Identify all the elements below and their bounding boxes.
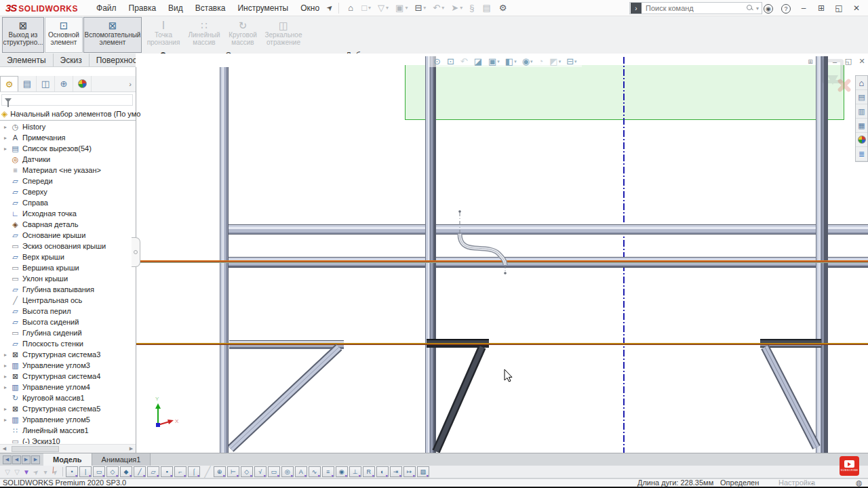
filter-surface-bodies-icon[interactable]: ◇ xyxy=(106,466,119,477)
tree-item[interactable]: ▸ ▥ Управление углом4 xyxy=(0,382,136,392)
tree-item[interactable]: ▸ ▭ Уклон крыши xyxy=(0,273,136,284)
last-tab-icon[interactable]: ▶ xyxy=(31,455,40,464)
doc-close-icon[interactable]: ✕ xyxy=(855,57,868,66)
restore-icon[interactable]: ◱ xyxy=(830,3,848,13)
search-icon[interactable] xyxy=(747,5,753,12)
custom-status-label[interactable]: Настройка xyxy=(778,479,815,487)
tree-item[interactable]: ▸ ▱ Высота перил xyxy=(0,306,136,317)
panel-splitter-handle[interactable] xyxy=(132,237,140,267)
displaymanager-tab[interactable] xyxy=(73,76,92,92)
expand-arrow-icon[interactable]: ▸ xyxy=(4,384,10,390)
circular-pattern-button[interactable]: ↻ Круговой массив xyxy=(224,17,262,53)
filter-sketch-segments-icon[interactable]: ⌠ xyxy=(188,466,200,477)
construction-centerline[interactable] xyxy=(623,57,625,453)
propertymanager-tab[interactable]: ▤ xyxy=(18,76,37,92)
doc-restore-icon[interactable]: ◱ xyxy=(842,57,855,66)
undo-icon[interactable]: ↶ ▾ xyxy=(429,1,448,14)
filter-magnify-icon[interactable]: ◎ xyxy=(281,466,294,477)
deselect-pointer-icon[interactable]: ➤ xyxy=(49,466,61,477)
menu-item[interactable]: Вставка xyxy=(189,1,232,15)
filter-solid-bodies-icon[interactable]: ◆ xyxy=(120,466,132,477)
filter-map-icon[interactable]: ↦ xyxy=(403,466,416,477)
tree-item[interactable]: ▸ ▱ Высота сидений xyxy=(0,317,136,327)
filter-sketches-icon[interactable]: ⌐ xyxy=(174,466,186,477)
open-document-icon[interactable]: ▽ ▾ xyxy=(374,1,392,14)
horizontal-beam[interactable] xyxy=(221,224,868,235)
filter-pattern-icon[interactable]: ▨ xyxy=(417,466,429,477)
previous-view-icon[interactable]: ↶ xyxy=(458,56,471,67)
design-library-tab-icon[interactable]: ▥ xyxy=(856,104,867,119)
pierce-point-button[interactable]: Ⅰ Точка пронзания xyxy=(142,17,184,53)
view-orientation-icon[interactable]: ▣ ▾ xyxy=(486,56,502,67)
appearances-scenes-tab-icon[interactable] xyxy=(856,133,867,147)
tree-filter[interactable] xyxy=(1,94,133,106)
configurationmanager-tab[interactable]: ◫ xyxy=(37,76,55,92)
tree-item[interactable]: ▸ ▱ Верх крыши xyxy=(0,251,136,262)
expand-arrow-icon[interactable]: ▸ xyxy=(4,363,10,369)
filter-appearance-icon[interactable]: ◇ xyxy=(241,466,253,477)
filter-dimensions-icon[interactable]: ▭ xyxy=(268,466,280,477)
select-icon[interactable]: ➤ ▾ xyxy=(448,1,466,14)
scroll-right-icon[interactable]: ▶ xyxy=(127,446,136,451)
filter-funnel-icon[interactable]: ▽ xyxy=(3,468,12,476)
expand-arrow-icon[interactable]: ▸ xyxy=(4,146,10,152)
tree-filter-input[interactable] xyxy=(14,96,132,104)
tree-item[interactable]: ▸ ▱ Спереди xyxy=(0,176,136,186)
featuremanager-tab[interactable]: ⚙ xyxy=(0,76,18,92)
selected-sketch-line[interactable] xyxy=(136,343,868,345)
menu-item[interactable]: Файл xyxy=(90,1,123,15)
secondary-member-button[interactable]: ⊠ Вспомогательный элемент xyxy=(83,17,142,53)
scroll-track[interactable] xyxy=(9,445,127,453)
properties-icon[interactable]: ▤ xyxy=(479,1,495,14)
minimize-icon[interactable]: – xyxy=(795,3,812,13)
tree-item[interactable]: ▸ ↻ Круговой массив1 xyxy=(0,392,136,403)
bench-brace[interactable] xyxy=(765,347,816,447)
selected-plane-highlight[interactable] xyxy=(405,65,844,120)
hide-show-items-icon[interactable]: ◉ ▾ xyxy=(519,56,536,67)
expand-arrow-icon[interactable]: ▸ xyxy=(4,352,10,358)
tree-item[interactable]: ▸ ∟ Исходная точка xyxy=(0,208,136,219)
menu-item[interactable]: Окно xyxy=(294,1,326,15)
model-tab[interactable]: Анимация1 xyxy=(92,453,151,466)
command-tab[interactable]: Элементы xyxy=(0,54,54,66)
first-tab-icon[interactable]: ◀ xyxy=(3,455,12,464)
search-caret-icon[interactable]: ▾ xyxy=(756,5,759,12)
command-tab[interactable]: Эскиз xyxy=(54,54,90,66)
tree-item[interactable]: ▸ ▥ Управление углом5 xyxy=(0,414,136,425)
attachment-icon[interactable]: § xyxy=(466,1,479,14)
new-document-icon[interactable]: □ ▾ xyxy=(358,1,374,14)
filter-equation-icon[interactable]: √ xyxy=(254,466,267,477)
command-search[interactable]: › ▾ xyxy=(629,2,762,14)
linear-pattern-button[interactable]: ∷ Линейный массив xyxy=(185,17,223,53)
expand-arrow-icon[interactable]: ▸ xyxy=(4,417,10,423)
tree-item[interactable]: ▸ ▭ Вершина крыши xyxy=(0,262,136,273)
print-icon[interactable]: ⊟ ▾ xyxy=(411,1,429,14)
filter-curves-icon[interactable]: ∿ xyxy=(309,466,321,477)
home-icon[interactable]: ⌂ xyxy=(344,1,358,14)
tree-item[interactable]: ▸ ⊠ Структурная система4 xyxy=(0,371,136,382)
tree-item[interactable]: ▸ ◷ History xyxy=(0,121,136,132)
filter-hatch-icon[interactable]: ≡ xyxy=(322,466,334,477)
dimxpertmanager-tab[interactable]: ⊕ xyxy=(55,76,73,92)
tree-item[interactable]: ▸ ▱ Основание крыши xyxy=(0,230,136,241)
filter-weld-icon[interactable]: ⊥ xyxy=(349,466,361,477)
maximize-icon[interactable]: ⊞ xyxy=(812,3,830,13)
expand-arrow-icon[interactable]: ▸ xyxy=(4,406,10,412)
apply-scene-icon[interactable]: ◩ ▾ xyxy=(547,56,564,67)
scroll-thumb[interactable] xyxy=(12,446,59,452)
filter-center-marks-icon[interactable]: ⊢ xyxy=(227,466,239,477)
filter-arrow-box-icon[interactable]: ⇥ xyxy=(390,466,402,477)
tree-item[interactable]: ▸ ◎ Датчики xyxy=(0,154,136,165)
vertical-column[interactable] xyxy=(425,56,436,453)
exit-structure-system-button[interactable]: ⊠ Выход из структурно... xyxy=(2,17,44,53)
search-input[interactable] xyxy=(644,3,747,13)
tree-item[interactable]: ▸ ▭ Эскиз основания крыши xyxy=(0,241,136,251)
panel-expand-chevron[interactable]: › xyxy=(129,80,132,88)
file-explorer-tab-icon[interactable]: ▦ xyxy=(856,119,867,133)
user-account-icon[interactable]: ◉ xyxy=(760,3,777,14)
tree-root[interactable]: ◈ Начальный набор элементов (По умо xyxy=(1,109,140,119)
tree-item[interactable]: ▸ ▱ Сверху xyxy=(0,186,136,197)
custom-properties-tab-icon[interactable]: ≣ xyxy=(856,147,867,161)
home-tab-icon[interactable]: ⌂ xyxy=(856,76,867,90)
section-view-icon[interactable]: ◪ xyxy=(471,56,486,67)
